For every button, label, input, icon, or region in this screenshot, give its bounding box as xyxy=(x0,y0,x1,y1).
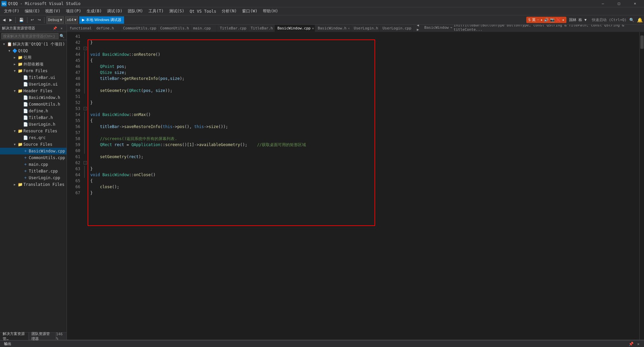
menu-analyze[interactable]: 分析(N) xyxy=(219,8,240,15)
tab-basicwindow-cpp[interactable]: BasicWindow.cpp ✕ xyxy=(275,25,315,32)
ref-toggle[interactable]: ▶ xyxy=(12,55,17,60)
run-icon: ▶ xyxy=(82,18,85,22)
tab-commonutils-h[interactable]: CommonUtils.h xyxy=(157,25,190,32)
toolbar-forward[interactable]: ▶ xyxy=(8,16,13,24)
src-toggle[interactable]: ▼ xyxy=(12,142,17,147)
tab-titlebar-h[interactable]: TitleBar.h xyxy=(248,25,275,32)
tree-resource-files[interactable]: ▼ 📁 Resource Files xyxy=(0,128,67,134)
se-tab-team[interactable]: 团队资源管理器 xyxy=(29,333,56,340)
tree-titlebar-ui[interactable]: ▶ 📄 TitleBar.ui xyxy=(0,74,67,81)
collapse-43[interactable]: - xyxy=(84,47,87,50)
tree-main-cpp[interactable]: ▶ + main.cpp xyxy=(0,161,67,168)
tree-commonutils-h[interactable]: ▶ 📄 CommonUtils.h xyxy=(0,101,67,108)
menu-file[interactable]: 文件(F) xyxy=(1,8,22,15)
pin-output-btn[interactable]: 📌 xyxy=(628,341,634,347)
tree-cuh-label: CommonUtils.h xyxy=(29,102,60,107)
tab-commonutils-cpp[interactable]: CommonUtils.cpp xyxy=(120,25,157,32)
tree-ului-label: UserLogin.ui xyxy=(29,82,58,87)
res-toggle[interactable]: ▼ xyxy=(12,128,17,134)
collapse-indicators: - - xyxy=(83,32,88,340)
run-button[interactable]: ▶ 本地 Windows 调试器 xyxy=(79,16,124,24)
tab-bwcpp-label: BasicWindow.cpp xyxy=(278,26,311,30)
tree-userlogin-h[interactable]: ▶ 📄 UserLogin.h xyxy=(0,121,67,128)
search-bar: 🔍 xyxy=(0,32,67,40)
menu-build[interactable]: 生成(B) xyxy=(84,8,105,15)
tree-references[interactable]: ▶ 📁 引用 xyxy=(0,54,67,61)
tab-userlogin-h[interactable]: UserLogin.h xyxy=(351,25,380,32)
trans-toggle[interactable]: ▶ xyxy=(12,182,17,187)
quick-search[interactable]: 快速启动 (Ctrl+Q) xyxy=(592,17,627,22)
menu-help[interactable]: 帮助(H) xyxy=(260,8,281,15)
config-dropdown[interactable]: Debug ▼ xyxy=(46,16,64,24)
toolbar-redo[interactable]: ↪ xyxy=(36,16,42,24)
folder3-icon: 📁 xyxy=(17,68,23,74)
project-toggle[interactable]: ▼ xyxy=(7,48,12,53)
scrollbar-thumb[interactable] xyxy=(640,35,644,49)
tree-titlebar-h[interactable]: ▶ 📄 TitleBar.h xyxy=(0,114,67,121)
code-content[interactable]: } void BasicWindow::onRestore() { QPoint… xyxy=(88,32,644,340)
menu-edit[interactable]: 编辑(E) xyxy=(22,8,43,15)
tree-define-h[interactable]: ▶ 📄 define.h xyxy=(0,108,67,114)
vertical-scrollbar[interactable] xyxy=(639,32,644,340)
tree-translation-files[interactable]: ▶ 📁 Translation Files xyxy=(0,181,67,188)
tree-res-qrc[interactable]: ▶ 📄 res.qrc xyxy=(0,134,67,141)
tree-source-files[interactable]: ▼ 📁 Source Files xyxy=(0,141,67,148)
tree-userlogin-ui[interactable]: ▶ 📄 UserLogin.ui xyxy=(0,81,67,88)
tree-titlebar-cpp[interactable]: ▶ + TitleBar.cpp xyxy=(0,168,67,175)
toolbar-undo[interactable]: ↩ xyxy=(29,16,35,24)
toolbar-save[interactable]: 💾 xyxy=(18,16,25,24)
file-tree: ▼ 📋 解决方案'QtQQ'(1 个项目) ▼ 🔷 QtQQ ▶ 📁 引用 ▶ … xyxy=(0,40,67,332)
se-tab-solution[interactable]: 解决方案资源管… xyxy=(0,333,29,340)
tree-commonutils-cpp[interactable]: ▶ + CommonUtils.cpp xyxy=(0,154,67,161)
code-panel: 41 42 43 44 45 46 47 48 49 50 51 52 53 5… xyxy=(67,32,644,340)
tree-userlogin-cpp[interactable]: ▶ + UserLogin.cpp xyxy=(0,175,67,181)
menu-tools[interactable]: 工具(T) xyxy=(146,8,167,15)
maximize-button[interactable]: □ xyxy=(611,0,627,7)
sogou-toolbar[interactable]: S 英 · ✦ 🔊 📷 ❌ ✦ xyxy=(526,17,566,23)
tree-header-files[interactable]: ▼ 📁 Header Files xyxy=(0,88,67,94)
notification-icon[interactable]: 🔔 xyxy=(637,17,643,23)
ext-toggle[interactable]: ▶ xyxy=(12,62,17,67)
close-button[interactable]: ✕ xyxy=(627,0,643,7)
pin-button[interactable]: 📌 xyxy=(52,25,58,31)
minimize-button[interactable]: — xyxy=(595,0,611,7)
tree-form-files[interactable]: ▼ 📁 Form Files xyxy=(0,68,67,74)
menu-window[interactable]: 窗口(W) xyxy=(239,8,260,15)
menu-project[interactable]: 项目(P) xyxy=(63,8,84,15)
tab-bwh-close[interactable]: ✕ xyxy=(348,26,350,30)
tab-userlogin-cpp[interactable]: UserLogin.cpp xyxy=(380,25,413,32)
tab-bwcpp-close[interactable]: ✕ xyxy=(312,26,314,30)
tab-titlebar-h-label: TitleBar.h xyxy=(251,26,273,30)
tab-functional[interactable]: functional xyxy=(67,25,94,32)
tab-define-h[interactable]: define.h xyxy=(94,25,120,32)
tree-src-label: Source Files xyxy=(23,142,52,147)
tab-titlebar-cpp[interactable]: TitleBar.cpp xyxy=(217,25,248,32)
collapse-63[interactable]: - xyxy=(84,161,87,164)
file-nav-arrow[interactable]: ◀ ▶ xyxy=(417,25,423,32)
collapse-53[interactable]: - xyxy=(84,107,87,110)
form-toggle[interactable]: ▼ xyxy=(12,68,17,74)
tree-external-deps[interactable]: ▶ 📁 外部依赖项 xyxy=(0,61,67,68)
root-toggle[interactable]: ▼ xyxy=(1,41,7,47)
search-input[interactable] xyxy=(1,33,59,39)
tab-basicwindow-h[interactable]: BasicWindow.h ✕ xyxy=(315,25,351,32)
tree-basicwindow-h[interactable]: ▶ 📄 BasicWindow.h xyxy=(0,94,67,101)
platform-dropdown[interactable]: x64 ▼ xyxy=(65,16,78,24)
tab-define-h-label: define.h xyxy=(96,26,114,30)
tree-root[interactable]: ▼ 📋 解决方案'QtQQ'(1 个项目) xyxy=(0,41,67,47)
menu-qt[interactable]: Qt VS Tools xyxy=(187,8,219,14)
tab-main-cpp[interactable]: main.cpp xyxy=(190,25,217,32)
tree-basicwindow-cpp[interactable]: ▶ + BasicWindow.cpp xyxy=(0,148,67,154)
hdr-toggle[interactable]: ▼ xyxy=(12,88,17,94)
close-output-btn[interactable]: ✕ xyxy=(635,341,641,347)
menu-team[interactable]: 团队(M) xyxy=(125,8,146,15)
toolbar-back[interactable]: ◀ xyxy=(1,16,7,24)
close-panel-button[interactable]: ✕ xyxy=(59,25,65,31)
output-tab[interactable]: 输出 xyxy=(0,340,15,347)
h-file4-icon: 📄 xyxy=(23,115,28,120)
search-submit-icon[interactable]: 🔍 xyxy=(59,33,65,39)
menu-debug[interactable]: 调试(D) xyxy=(104,8,125,15)
tree-project[interactable]: ▼ 🔷 QtQQ xyxy=(0,47,67,54)
menu-view[interactable]: 视图(V) xyxy=(42,8,63,15)
menu-test[interactable]: 测试(S) xyxy=(167,8,187,15)
